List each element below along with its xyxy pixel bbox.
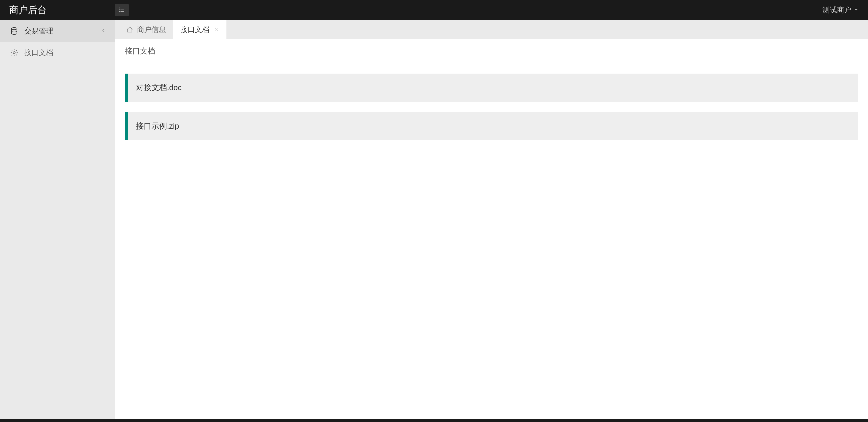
header: 商户后台 测试商户	[0, 0, 868, 20]
svg-rect-1	[120, 8, 124, 8]
file-item[interactable]: 对接文档.doc	[125, 74, 858, 102]
file-name: 接口示例.zip	[136, 122, 179, 130]
content: 接口文档 对接文档.doc 接口示例.zip	[115, 39, 868, 419]
menu-toggle-button[interactable]	[115, 4, 129, 16]
chevron-left-icon	[101, 27, 106, 35]
file-list: 对接文档.doc 接口示例.zip	[115, 63, 868, 161]
gear-icon	[10, 48, 19, 57]
svg-rect-5	[120, 11, 124, 12]
tabs-bar: 商户信息 接口文档	[115, 20, 868, 39]
tab-merchant-info[interactable]: 商户信息	[119, 20, 173, 39]
sidebar-item-api-docs[interactable]: 接口文档	[0, 42, 115, 64]
brand-title: 商户后台	[0, 4, 115, 17]
tab-label: 商户信息	[137, 25, 166, 35]
sidebar: 交易管理 接口文档	[0, 20, 115, 419]
svg-point-4	[119, 11, 120, 12]
list-icon	[118, 6, 125, 14]
sidebar-item-transaction[interactable]: 交易管理	[0, 20, 115, 42]
svg-point-2	[119, 9, 120, 10]
svg-point-0	[119, 7, 120, 8]
container: 交易管理 接口文档 商户信息 接口文档	[0, 20, 868, 419]
main: 商户信息 接口文档 接口文档 对接文档.doc 接口示例.zip	[115, 20, 868, 419]
header-left: 商户后台	[0, 0, 129, 20]
user-dropdown[interactable]: 测试商户	[823, 5, 859, 15]
user-label: 测试商户	[823, 5, 851, 15]
sidebar-item-label: 交易管理	[24, 26, 101, 36]
tab-api-docs[interactable]: 接口文档	[173, 20, 226, 39]
home-icon	[126, 26, 133, 33]
footer-bar	[0, 419, 868, 422]
caret-down-icon	[851, 6, 859, 14]
file-item[interactable]: 接口示例.zip	[125, 112, 858, 140]
page-title: 接口文档	[115, 39, 868, 63]
svg-point-7	[13, 52, 15, 54]
svg-rect-3	[120, 9, 124, 10]
svg-point-6	[11, 28, 17, 30]
file-name: 对接文档.doc	[136, 83, 182, 92]
sidebar-item-label: 接口文档	[24, 48, 106, 58]
close-icon[interactable]	[214, 27, 219, 32]
database-icon	[10, 27, 19, 35]
tab-label: 接口文档	[180, 25, 209, 35]
